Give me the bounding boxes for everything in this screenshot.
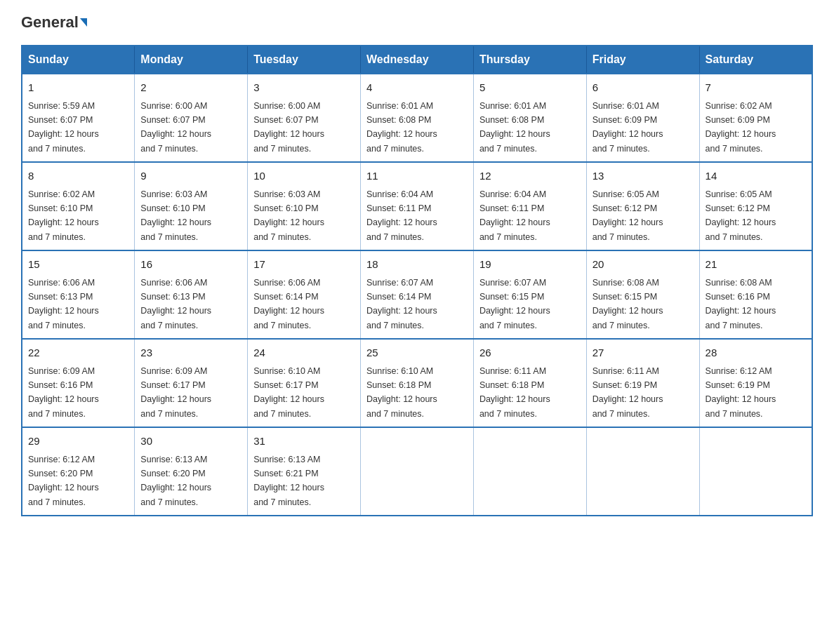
col-header-friday: Friday [586,46,699,74]
day-info: Sunrise: 6:11 AMSunset: 6:18 PMDaylight:… [479,366,550,419]
day-info: Sunrise: 6:04 AMSunset: 6:11 PMDaylight:… [366,189,437,242]
day-number: 15 [28,257,128,273]
calendar-cell: 31 Sunrise: 6:13 AMSunset: 6:21 PMDaylig… [248,427,361,516]
day-number: 18 [366,257,468,273]
day-info: Sunrise: 6:12 AMSunset: 6:19 PMDaylight:… [706,366,776,419]
calendar-cell: 17 Sunrise: 6:06 AMSunset: 6:14 PMDaylig… [248,250,361,339]
calendar-cell: 1 Sunrise: 5:59 AMSunset: 6:07 PMDayligh… [22,74,135,162]
calendar-cell: 20 Sunrise: 6:08 AMSunset: 6:15 PMDaylig… [586,250,699,339]
calendar-cell: 8 Sunrise: 6:02 AMSunset: 6:10 PMDayligh… [22,162,135,250]
day-number: 22 [28,345,128,361]
day-number: 21 [706,257,806,273]
day-info: Sunrise: 6:10 AMSunset: 6:18 PMDaylight:… [366,366,437,419]
day-number: 9 [140,168,241,185]
day-number: 24 [253,345,355,361]
day-info: Sunrise: 6:07 AMSunset: 6:14 PMDaylight:… [366,278,437,330]
calendar-cell: 13 Sunrise: 6:05 AMSunset: 6:12 PMDaylig… [586,162,699,250]
day-info: Sunrise: 6:09 AMSunset: 6:17 PMDaylight:… [140,366,211,419]
day-info: Sunrise: 6:12 AMSunset: 6:20 PMDaylight:… [28,455,99,507]
calendar-header-row: SundayMondayTuesdayWednesdayThursdayFrid… [22,46,812,74]
calendar-cell: 30 Sunrise: 6:13 AMSunset: 6:20 PMDaylig… [135,427,248,516]
calendar-cell: 23 Sunrise: 6:09 AMSunset: 6:17 PMDaylig… [135,339,248,427]
day-info: Sunrise: 6:06 AMSunset: 6:13 PMDaylight:… [28,278,99,330]
col-header-monday: Monday [135,46,248,74]
calendar-cell: 19 Sunrise: 6:07 AMSunset: 6:15 PMDaylig… [473,250,586,339]
day-number: 26 [479,345,581,361]
day-number: 13 [593,168,694,185]
day-number: 20 [593,257,694,273]
day-number: 4 [366,80,468,96]
day-number: 25 [366,345,468,361]
day-number: 12 [479,168,581,185]
day-info: Sunrise: 6:01 AMSunset: 6:09 PMDaylight:… [593,101,663,154]
calendar-cell: 15 Sunrise: 6:06 AMSunset: 6:13 PMDaylig… [22,250,135,339]
day-info: Sunrise: 6:10 AMSunset: 6:17 PMDaylight:… [253,366,324,419]
day-number: 5 [479,80,581,96]
day-info: Sunrise: 6:13 AMSunset: 6:20 PMDaylight:… [140,455,211,507]
calendar-week-1: 1 Sunrise: 5:59 AMSunset: 6:07 PMDayligh… [22,74,812,162]
day-info: Sunrise: 6:02 AMSunset: 6:10 PMDaylight:… [28,189,99,242]
day-info: Sunrise: 6:01 AMSunset: 6:08 PMDaylight:… [479,101,550,154]
day-info: Sunrise: 6:03 AMSunset: 6:10 PMDaylight:… [140,189,211,242]
calendar-cell: 5 Sunrise: 6:01 AMSunset: 6:08 PMDayligh… [473,74,586,162]
day-number: 6 [593,80,694,96]
calendar-cell: 27 Sunrise: 6:11 AMSunset: 6:19 PMDaylig… [586,339,699,427]
day-info: Sunrise: 6:07 AMSunset: 6:15 PMDaylight:… [479,278,550,330]
day-number: 23 [140,345,241,361]
col-header-wednesday: Wednesday [361,46,474,74]
day-number: 17 [253,257,355,273]
day-info: Sunrise: 6:04 AMSunset: 6:11 PMDaylight:… [479,189,550,242]
day-info: Sunrise: 6:09 AMSunset: 6:16 PMDaylight:… [28,366,99,419]
logo-general: General [21,14,79,31]
calendar-cell [361,427,474,516]
calendar-cell: 3 Sunrise: 6:00 AMSunset: 6:07 PMDayligh… [248,74,361,162]
day-info: Sunrise: 6:00 AMSunset: 6:07 PMDaylight:… [253,101,324,154]
day-number: 30 [140,434,241,450]
day-number: 31 [253,434,355,450]
day-number: 27 [593,345,694,361]
calendar-cell: 28 Sunrise: 6:12 AMSunset: 6:19 PMDaylig… [699,339,812,427]
day-number: 3 [253,80,355,96]
calendar-cell: 14 Sunrise: 6:05 AMSunset: 6:12 PMDaylig… [699,162,812,250]
day-info: Sunrise: 6:06 AMSunset: 6:13 PMDaylight:… [140,278,211,330]
day-info: Sunrise: 6:08 AMSunset: 6:16 PMDaylight:… [706,278,776,330]
page-header: General [21,14,813,31]
calendar-cell: 11 Sunrise: 6:04 AMSunset: 6:11 PMDaylig… [361,162,474,250]
calendar-cell: 4 Sunrise: 6:01 AMSunset: 6:08 PMDayligh… [361,74,474,162]
day-number: 19 [479,257,581,273]
calendar-table: SundayMondayTuesdayWednesdayThursdayFrid… [21,45,813,516]
calendar-cell [586,427,699,516]
calendar-cell [699,427,812,516]
col-header-tuesday: Tuesday [248,46,361,74]
day-info: Sunrise: 6:06 AMSunset: 6:14 PMDaylight:… [253,278,324,330]
day-info: Sunrise: 6:08 AMSunset: 6:15 PMDaylight:… [593,278,663,330]
day-number: 16 [140,257,241,273]
col-header-thursday: Thursday [473,46,586,74]
calendar-cell: 16 Sunrise: 6:06 AMSunset: 6:13 PMDaylig… [135,250,248,339]
day-info: Sunrise: 6:11 AMSunset: 6:19 PMDaylight:… [593,366,663,419]
calendar-cell: 7 Sunrise: 6:02 AMSunset: 6:09 PMDayligh… [699,74,812,162]
calendar-week-5: 29 Sunrise: 6:12 AMSunset: 6:20 PMDaylig… [22,427,812,516]
logo-triangle-icon [80,18,87,27]
calendar-cell: 12 Sunrise: 6:04 AMSunset: 6:11 PMDaylig… [473,162,586,250]
calendar-cell [473,427,586,516]
day-number: 10 [253,168,355,185]
calendar-cell: 26 Sunrise: 6:11 AMSunset: 6:18 PMDaylig… [473,339,586,427]
day-number: 7 [706,80,806,96]
day-info: Sunrise: 5:59 AMSunset: 6:07 PMDaylight:… [28,101,99,154]
day-number: 29 [28,434,128,450]
day-number: 8 [28,168,128,185]
calendar-week-4: 22 Sunrise: 6:09 AMSunset: 6:16 PMDaylig… [22,339,812,427]
day-number: 11 [366,168,468,185]
day-info: Sunrise: 6:03 AMSunset: 6:10 PMDaylight:… [253,189,324,242]
calendar-cell: 29 Sunrise: 6:12 AMSunset: 6:20 PMDaylig… [22,427,135,516]
calendar-cell: 21 Sunrise: 6:08 AMSunset: 6:16 PMDaylig… [699,250,812,339]
calendar-cell: 22 Sunrise: 6:09 AMSunset: 6:16 PMDaylig… [22,339,135,427]
day-info: Sunrise: 6:02 AMSunset: 6:09 PMDaylight:… [706,101,776,154]
day-number: 28 [706,345,806,361]
day-info: Sunrise: 6:00 AMSunset: 6:07 PMDaylight:… [140,101,211,154]
day-info: Sunrise: 6:05 AMSunset: 6:12 PMDaylight:… [593,189,663,242]
calendar-cell: 2 Sunrise: 6:00 AMSunset: 6:07 PMDayligh… [135,74,248,162]
day-number: 1 [28,80,128,96]
day-info: Sunrise: 6:13 AMSunset: 6:21 PMDaylight:… [253,455,324,507]
